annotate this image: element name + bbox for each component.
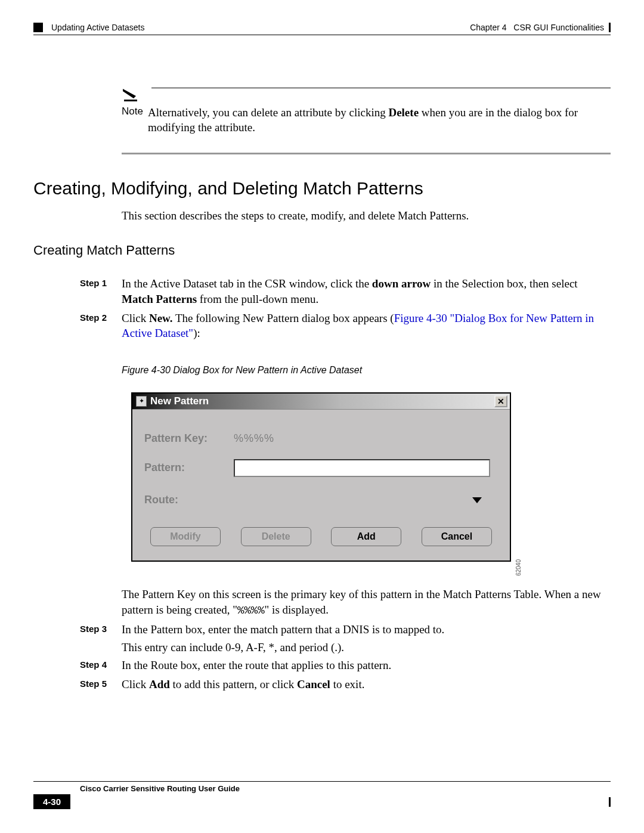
- svg-marker-0: [123, 89, 136, 98]
- step-label: Step 4: [80, 658, 122, 673]
- step-4: Step 4 In the Route box, enter the route…: [80, 658, 611, 673]
- close-button[interactable]: ✕: [494, 395, 507, 407]
- page-header: Updating Active Datasets Chapter 4 CSR G…: [33, 23, 611, 32]
- step-label: Step 3: [80, 622, 122, 637]
- step-body: Click New. The following New Pattern dia…: [122, 311, 611, 341]
- step-5: Step 5 Click Add to add this pattern, or…: [80, 677, 611, 692]
- header-section-text: Updating Active Datasets: [51, 23, 144, 32]
- dialog-button-row: Modify Delete Add Cancel: [144, 524, 498, 550]
- footer-bar-icon: [609, 797, 611, 807]
- footer-doc-title: Cisco Carrier Sensitive Routing User Gui…: [80, 784, 240, 793]
- note-pencil-icon: [122, 88, 143, 106]
- new-pattern-dialog: ✦ New Pattern ✕ Pattern Key: %%%% Patter…: [131, 392, 511, 562]
- step-list: Step 1 In the Active Dataset tab in the …: [80, 276, 611, 341]
- modify-button[interactable]: Modify: [150, 527, 221, 546]
- heading-1: Creating, Modifying, and Deleting Match …: [33, 178, 611, 199]
- route-row: Route:: [144, 491, 498, 509]
- cancel-button[interactable]: Cancel: [422, 527, 492, 546]
- section-divider: [122, 153, 611, 154]
- note-text: Alternatively, you can delete an attribu…: [148, 106, 611, 135]
- pattern-row: Pattern:: [144, 459, 498, 477]
- step-label: Step 5: [80, 677, 122, 692]
- footer-rule: [33, 781, 611, 782]
- step-3-subtext: This entry can include 0-9, A-F, *, and …: [122, 641, 611, 654]
- page-footer: Cisco Carrier Sensitive Routing User Gui…: [33, 781, 611, 809]
- figure-caption: Figure 4-30 Dialog Box for New Pattern i…: [122, 365, 611, 376]
- note-top-rule: [151, 88, 611, 88]
- header-chapter-text: Chapter 4 CSR GUI Functionalities: [470, 23, 604, 32]
- dialog-title: New Pattern: [150, 395, 209, 407]
- page-number: 4-30: [33, 794, 70, 809]
- step-body: Click Add to add this pattern, or click …: [122, 677, 611, 692]
- header-marker-icon: [33, 23, 43, 32]
- note-block: Note Alternatively, you can delete an at…: [122, 88, 611, 135]
- figure-id: 62040: [515, 559, 522, 576]
- route-label: Route:: [144, 494, 234, 506]
- pattern-key-row: Pattern Key: %%%%: [144, 432, 498, 445]
- pattern-key-value: %%%%: [234, 432, 274, 445]
- add-button[interactable]: Add: [331, 527, 401, 546]
- after-figure-paragraph: The Pattern Key on this screen is the pr…: [122, 587, 611, 618]
- route-dropdown[interactable]: [234, 491, 490, 509]
- intro-paragraph: This section describes the steps to crea…: [122, 209, 611, 222]
- pattern-key-label: Pattern Key:: [144, 432, 234, 445]
- step-2: Step 2 Click New. The following New Patt…: [80, 311, 611, 341]
- dialog-titlebar: ✦ New Pattern ✕: [132, 394, 510, 410]
- close-icon: ✕: [497, 397, 504, 406]
- note-label: Note: [122, 106, 148, 117]
- pattern-label: Pattern:: [144, 462, 234, 474]
- step-label: Step 2: [80, 311, 122, 341]
- window-app-icon: ✦: [136, 396, 147, 407]
- step-body: In the Route box, enter the route that a…: [122, 658, 611, 673]
- heading-2: Creating Match Patterns: [33, 243, 611, 258]
- delete-button[interactable]: Delete: [241, 527, 311, 546]
- step-label: Step 1: [80, 276, 122, 306]
- chevron-down-icon: [472, 497, 482, 503]
- step-body: In the Pattern box, enter the match patt…: [122, 622, 611, 637]
- step-1: Step 1 In the Active Dataset tab in the …: [80, 276, 611, 306]
- step-body: In the Active Dataset tab in the CSR win…: [122, 276, 611, 306]
- header-bar-icon: [609, 23, 611, 32]
- pattern-input[interactable]: [234, 459, 490, 477]
- step-3: Step 3 In the Pattern box, enter the mat…: [80, 622, 611, 637]
- header-rule: [33, 35, 611, 35]
